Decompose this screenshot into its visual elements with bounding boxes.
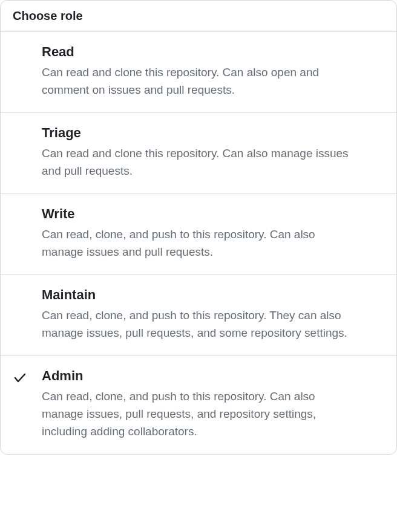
role-content: Read Can read and clone this repository.… (42, 44, 384, 99)
role-item-admin[interactable]: Admin Can read, clone, and push to this … (1, 356, 396, 454)
role-description: Can read and clone this repository. Can … (42, 63, 356, 99)
role-description: Can read, clone, and push to this reposi… (42, 388, 356, 441)
role-description: Can read, clone, and push to this reposi… (42, 225, 356, 261)
role-title: Maintain (42, 287, 384, 303)
role-item-maintain[interactable]: Maintain Can read, clone, and push to th… (1, 275, 396, 356)
check-icon (13, 371, 27, 385)
role-content: Write Can read, clone, and push to this … (42, 206, 384, 261)
role-item-write[interactable]: Write Can read, clone, and push to this … (1, 194, 396, 275)
role-title: Read (42, 44, 384, 60)
role-title: Triage (42, 125, 384, 141)
role-item-read[interactable]: Read Can read and clone this repository.… (1, 32, 396, 113)
role-description: Can read, clone, and push to this reposi… (42, 307, 356, 342)
check-column (13, 368, 42, 385)
role-content: Triage Can read and clone this repositor… (42, 125, 384, 180)
check-column (13, 287, 42, 304)
dropdown-header: Choose role (1, 1, 396, 32)
check-column (13, 206, 42, 223)
role-title: Write (42, 206, 384, 222)
role-list: Read Can read and clone this repository.… (1, 32, 396, 454)
role-content: Admin Can read, clone, and push to this … (42, 368, 384, 441)
role-title: Admin (42, 368, 384, 384)
check-column (13, 44, 42, 61)
check-column (13, 125, 42, 142)
role-description: Can read and clone this repository. Can … (42, 144, 356, 180)
role-item-triage[interactable]: Triage Can read and clone this repositor… (1, 113, 396, 194)
role-dropdown: Choose role Read Can read and clone this… (0, 0, 397, 455)
role-content: Maintain Can read, clone, and push to th… (42, 287, 384, 342)
